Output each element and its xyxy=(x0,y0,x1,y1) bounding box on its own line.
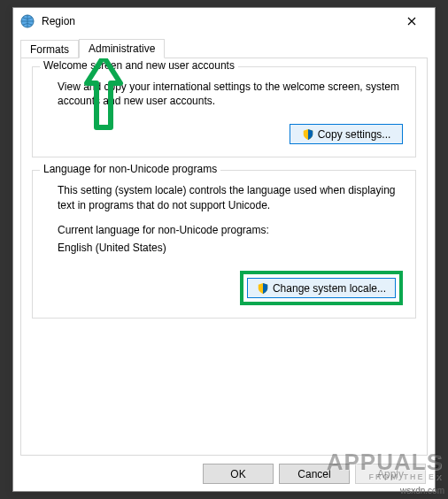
window-title: Region xyxy=(42,15,394,27)
uac-shield-icon xyxy=(257,282,269,295)
button-label: Change system locale... xyxy=(273,282,386,295)
group-body-text: This setting (system locale) controls th… xyxy=(58,183,403,211)
annotation-highlight-box: Change system locale... xyxy=(240,271,403,305)
region-dialog: Region Formats Administrative Welcome sc… xyxy=(12,7,436,492)
uac-shield-icon xyxy=(302,128,314,141)
watermark-text: APPUALS xyxy=(327,449,443,475)
close-icon xyxy=(407,13,416,29)
button-label: OK xyxy=(230,468,245,480)
tab-formats[interactable]: Formats xyxy=(20,40,79,58)
tabstrip: Formats Administrative xyxy=(20,39,428,58)
ok-button[interactable]: OK xyxy=(203,464,274,484)
change-system-locale-button[interactable]: Change system locale... xyxy=(247,278,396,298)
current-language-value: English (United States) xyxy=(58,241,403,255)
close-button[interactable] xyxy=(394,9,429,34)
button-label: Copy settings... xyxy=(318,128,391,141)
group-welcome-screen: Welcome screen and new user accounts Vie… xyxy=(32,66,416,157)
current-language-label: Current language for non-Unicode program… xyxy=(58,223,403,237)
group-title: Language for non-Unicode programs xyxy=(40,163,220,175)
copy-settings-button[interactable]: Copy settings... xyxy=(290,124,403,144)
group-non-unicode: Language for non-Unicode programs This s… xyxy=(32,170,416,319)
globe-icon xyxy=(20,14,35,28)
image-source-text: wsxdn.com xyxy=(400,486,444,495)
tab-content: Welcome screen and new user accounts Vie… xyxy=(20,58,428,456)
client-area: Formats Administrative Welcome screen an… xyxy=(13,35,435,463)
tab-administrative[interactable]: Administrative xyxy=(79,39,165,58)
titlebar: Region xyxy=(13,8,435,35)
tab-label: Administrative xyxy=(89,42,155,55)
group-title: Welcome screen and new user accounts xyxy=(40,59,238,72)
watermark: APPUALS FROM THE EX xyxy=(327,449,443,481)
tab-label: Formats xyxy=(30,43,69,56)
group-body-text: View and copy your international setting… xyxy=(58,80,403,108)
